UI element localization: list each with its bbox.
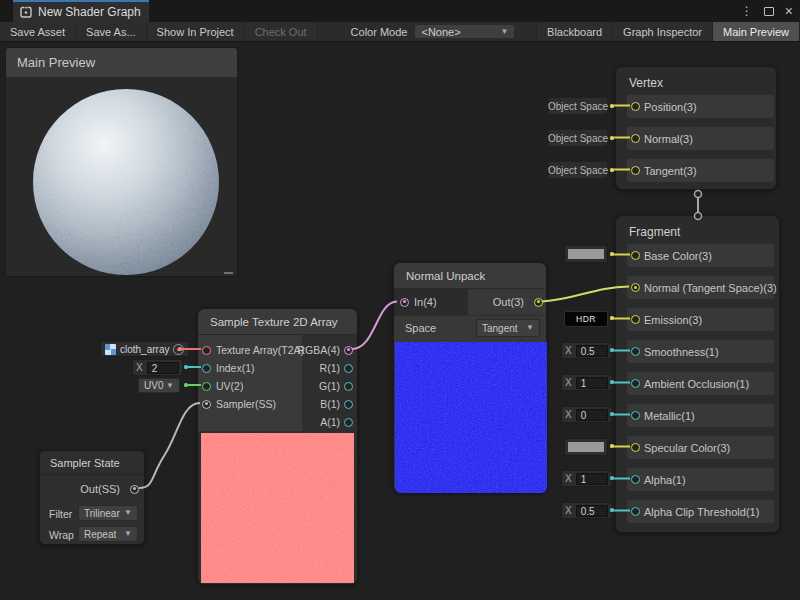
port-tangent[interactable] [631, 166, 640, 175]
filter-dropdown[interactable]: Trilinear ▼ [78, 505, 138, 521]
connector-dot [610, 168, 614, 172]
metallic-field[interactable]: X 0 [561, 406, 612, 423]
fragment-row-alpha: Alpha(1) [627, 468, 774, 491]
show-in-project-button[interactable]: Show In Project [147, 22, 245, 41]
normal-preview-image [395, 342, 547, 493]
main-preview-header[interactable]: Main Preview [6, 48, 237, 77]
maximize-icon[interactable] [764, 7, 774, 16]
color-mode-label: Color Mode [344, 22, 415, 41]
port-alpha[interactable] [631, 475, 640, 484]
port-label: Position(3) [644, 101, 697, 113]
x-label: X [136, 362, 143, 373]
toolbar: Save Asset Save As... Show In Project Ch… [0, 22, 800, 42]
port-out-ss[interactable] [130, 485, 139, 494]
index-field[interactable]: X 2 [132, 359, 183, 376]
texture-array-object-field[interactable]: cloth_array [100, 341, 189, 357]
port-rgba[interactable] [344, 346, 353, 355]
port-ambient-occlusion[interactable] [631, 379, 640, 388]
fragment-row-ambient-occlusion: Ambient Occlusion(1) [627, 372, 774, 395]
emission-color-swatch[interactable]: HDR [564, 311, 608, 327]
value-field[interactable]: 2 [147, 362, 179, 374]
value-field[interactable]: 1 [576, 377, 608, 389]
fragment-row-emission: Emission(3) [627, 308, 774, 331]
port-label: Sampler(SS) [216, 398, 276, 410]
main-preview-body [6, 77, 237, 277]
node-title: Vertex [616, 67, 776, 90]
port-normal-tangent-space[interactable] [631, 283, 640, 292]
node-sampler-state[interactable]: Sampler State Out(SS) Filter Trilinear ▼… [39, 450, 145, 545]
port-normal[interactable] [631, 134, 640, 143]
port-position[interactable] [631, 102, 640, 111]
blackboard-label: Blackboard [547, 26, 602, 38]
close-icon[interactable]: × [785, 4, 793, 18]
edge-sampler-state[interactable] [139, 403, 200, 488]
node-normal-unpack[interactable]: Normal Unpack In(4) Out(3) Space Tangent… [393, 262, 547, 493]
value-field[interactable]: 1 [576, 473, 608, 485]
main-preview-panel[interactable]: Main Preview [5, 47, 238, 277]
edge-rgba-to-in[interactable] [352, 302, 397, 350]
port-sampler[interactable] [202, 400, 211, 409]
alpha-clip-field[interactable]: X 0.5 [561, 502, 612, 519]
node-vertex[interactable]: Vertex Position(3) Normal(3) Tangent(3) [615, 66, 777, 190]
smoothness-field[interactable]: X 0.5 [561, 342, 612, 359]
menu-dots-icon[interactable]: ⋮ [741, 5, 753, 17]
normal-space-widget[interactable]: Object Space [548, 129, 608, 147]
space-dropdown[interactable]: Tangent ▼ [476, 319, 540, 337]
space-value: Object Space [548, 101, 608, 112]
port-r[interactable] [344, 364, 353, 373]
ambient-occlusion-field[interactable]: X 1 [561, 374, 612, 391]
port-specular-color[interactable] [631, 443, 640, 452]
save-as-label: Save As... [86, 26, 136, 38]
connector-dot [184, 365, 188, 369]
port-g[interactable] [344, 382, 353, 391]
position-space-widget[interactable]: Object Space [548, 97, 608, 115]
vertex-row-normal: Normal(3) [627, 127, 774, 150]
base-color-swatch[interactable] [564, 245, 608, 263]
check-out-label: Check Out [255, 26, 307, 38]
save-as-button[interactable]: Save As... [76, 22, 147, 41]
value-field[interactable]: 0.5 [576, 345, 608, 357]
node-fragment[interactable]: Fragment Base Color(3) Normal (Tangent S… [615, 215, 780, 533]
port-label: Alpha Clip Threshold(1) [644, 506, 759, 518]
port-metallic[interactable] [631, 411, 640, 420]
specular-color-swatch[interactable] [564, 438, 608, 456]
preview-sphere [32, 88, 220, 276]
uv-value: UV0 [144, 380, 163, 391]
space-value: Tangent [482, 323, 518, 334]
value-field[interactable]: 0.5 [576, 505, 608, 517]
node-title: Sample Texture 2D Array [198, 309, 357, 335]
port-a[interactable] [344, 418, 353, 427]
color-mode-dropdown[interactable]: <None> ▼ [414, 24, 515, 39]
port-label: Normal (Tangent Space)(3) [644, 282, 777, 294]
port-label: Specular Color(3) [644, 442, 730, 454]
port-texture-array[interactable] [202, 346, 211, 355]
main-preview-title: Main Preview [17, 55, 95, 70]
show-in-project-label: Show In Project [157, 26, 234, 38]
port-out[interactable] [534, 298, 543, 307]
main-preview-button[interactable]: Main Preview [713, 22, 800, 41]
port-index[interactable] [202, 364, 211, 373]
connector-dot [178, 347, 182, 351]
save-asset-button[interactable]: Save Asset [0, 22, 76, 41]
port-base-color[interactable] [631, 251, 640, 260]
resize-handle[interactable] [224, 272, 233, 274]
value-field[interactable]: 0 [576, 409, 608, 421]
port-in[interactable] [400, 298, 409, 307]
wrap-dropdown[interactable]: Repeat ▼ [78, 526, 138, 542]
port-b[interactable] [344, 400, 353, 409]
port-label: Base Color(3) [644, 250, 712, 262]
blackboard-button[interactable]: Blackboard [536, 22, 613, 41]
port-uv[interactable] [202, 382, 211, 391]
graph-inspector-button[interactable]: Graph Inspector [613, 22, 713, 41]
tangent-space-widget[interactable]: Object Space [548, 161, 608, 179]
port-emission[interactable] [631, 315, 640, 324]
port-alpha-clip-threshold[interactable] [631, 507, 640, 516]
alpha-field[interactable]: X 1 [561, 470, 612, 487]
node-sample-texture-2d-array[interactable]: Sample Texture 2D Array Texture Array(T2… [197, 308, 358, 585]
graph-canvas[interactable]: Main Preview Vertex Position(3) Normal(3… [0, 42, 800, 600]
node-title: Fragment [616, 216, 779, 239]
uv-channel-dropdown[interactable]: UV0 ▼ [138, 378, 180, 393]
fragment-row-alpha-clip: Alpha Clip Threshold(1) [627, 500, 774, 523]
tab-new-shader-graph[interactable]: New Shader Graph [13, 0, 149, 22]
port-smoothness[interactable] [631, 347, 640, 356]
